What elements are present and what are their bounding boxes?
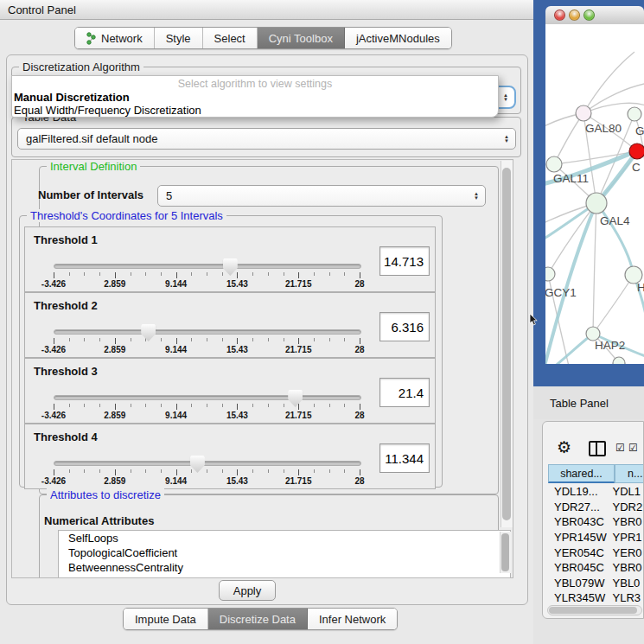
- threshold-slider-track[interactable]: [54, 329, 361, 335]
- slider-tick-label: -3.426: [41, 411, 66, 420]
- table-row[interactable]: YBR045CYBR0: [548, 560, 644, 576]
- column-header-shared-name[interactable]: shared...: [548, 464, 615, 483]
- table-row[interactable]: YBR043CYBR0: [548, 514, 644, 530]
- slider-tick: [298, 338, 299, 344]
- attribute-list-item[interactable]: BetweennessCentrality: [59, 560, 510, 575]
- network-canvas[interactable]: GAL80G.CGAL11GAL4GCY1HHAP2: [545, 24, 644, 364]
- slider-tick: [222, 404, 223, 407]
- network-edge[interactable]: [554, 113, 583, 164]
- cell-name[interactable]: YBL0: [611, 577, 644, 590]
- tab-select[interactable]: Select: [203, 28, 258, 48]
- slider-tick: [115, 272, 116, 278]
- tab-style[interactable]: Style: [155, 28, 203, 48]
- slider-tick: [54, 272, 54, 278]
- checkbox-select-all-icon[interactable]: ☑: [615, 442, 625, 454]
- network-node[interactable]: [545, 267, 555, 281]
- mac-zoom-button[interactable]: [583, 10, 595, 21]
- slider-tick-label: 28: [354, 476, 364, 486]
- cell-name[interactable]: YBR0: [611, 515, 644, 528]
- cell-name[interactable]: YBR0: [611, 561, 644, 574]
- table-row[interactable]: YLR345WYLR3: [548, 590, 644, 605]
- cell-name[interactable]: YDR2: [611, 501, 644, 513]
- network-node[interactable]: [546, 156, 562, 172]
- cell-shared-name[interactable]: YPR145W: [548, 531, 611, 544]
- cell-name[interactable]: YPR1: [611, 531, 644, 544]
- cell-name[interactable]: YER0: [611, 546, 644, 559]
- table-hscrollbar-thumb[interactable]: [549, 607, 637, 614]
- tab-cyni-toolbox[interactable]: Cyni Toolbox: [258, 28, 345, 48]
- threshold-slider-thumb[interactable]: [190, 456, 205, 473]
- cell-shared-name[interactable]: YER054C: [548, 546, 611, 559]
- cell-name[interactable]: YLR3: [611, 591, 644, 604]
- cyni-bottom-tabs: Impute DataDiscretize DataInfer Network: [123, 608, 398, 630]
- mac-minimize-button[interactable]: [569, 10, 580, 21]
- column-header-name[interactable]: n...: [615, 464, 644, 483]
- table-row[interactable]: YDR27...YDR2: [548, 500, 644, 515]
- attribute-list-item[interactable]: TopologicalCoefficient: [59, 545, 510, 560]
- threshold-slider-track[interactable]: [54, 461, 361, 466]
- slider-tick-label: 9.144: [165, 476, 187, 486]
- threshold-value-field[interactable]: 6.316: [379, 312, 430, 341]
- settings-scrollbar-thumb[interactable]: [502, 168, 511, 520]
- threshold-value-field[interactable]: 11.344: [379, 443, 430, 473]
- network-edge[interactable]: [583, 52, 634, 113]
- cell-shared-name[interactable]: YLR345W: [548, 591, 611, 604]
- algorithm-option-equal-width[interactable]: Equal Width/Frequency Discretization: [12, 104, 498, 117]
- network-edge[interactable]: [593, 275, 634, 334]
- tab-discretize-data[interactable]: Discretize Data: [208, 609, 308, 629]
- split-columns-icon[interactable]: [589, 441, 606, 456]
- slider-tick: [54, 404, 54, 410]
- network-node[interactable]: [586, 193, 607, 214]
- network-node-label: GAL11: [553, 172, 589, 185]
- apply-button[interactable]: Apply: [219, 580, 276, 601]
- tab-network[interactable]: Network: [75, 28, 155, 48]
- cell-shared-name[interactable]: YDR27...: [548, 501, 611, 513]
- slider-tick: [207, 272, 207, 276]
- threshold-slider-thumb[interactable]: [141, 324, 156, 341]
- number-of-intervals-select[interactable]: 5 ▲▼: [157, 185, 486, 207]
- slider-tick: [268, 469, 269, 473]
- attribute-list-item[interactable]: SelfLoops: [59, 531, 510, 545]
- table-row[interactable]: YDL19...YDL1: [548, 484, 644, 500]
- cell-shared-name[interactable]: YBL079W: [548, 577, 611, 590]
- tab-jactivemnodules[interactable]: jActiveMNodules: [345, 28, 451, 48]
- slider-tick: [252, 272, 253, 276]
- network-node[interactable]: [613, 357, 625, 364]
- network-edge[interactable]: [593, 203, 596, 334]
- mac-close-button[interactable]: [554, 10, 565, 21]
- threshold-slider-thumb[interactable]: [288, 390, 303, 407]
- slider-tick: [222, 469, 223, 473]
- slider-tick: [131, 404, 131, 407]
- attributes-list-scrollbar-thumb[interactable]: [501, 533, 509, 571]
- network-window-titlebar[interactable]: [545, 6, 644, 25]
- threshold-slider-track[interactable]: [54, 395, 361, 400]
- slider-tick: [131, 469, 131, 473]
- tab-impute-data[interactable]: Impute Data: [124, 609, 208, 629]
- network-graph[interactable]: GAL80G.CGAL11GAL4GCY1HHAP2: [545, 24, 644, 364]
- network-node[interactable]: [629, 143, 644, 159]
- slider-tick: [314, 338, 315, 341]
- table-row[interactable]: YER054CYER0: [548, 545, 644, 560]
- algorithm-option-manual[interactable]: Manual Discretization: [12, 91, 498, 104]
- cell-shared-name[interactable]: YDL19...: [548, 485, 611, 498]
- threshold-slider-thumb[interactable]: [223, 258, 238, 276]
- table-data-select[interactable]: galFiltered.sif default node ▲▼: [17, 128, 516, 150]
- settings-gear-icon[interactable]: ⚙: [557, 437, 571, 457]
- numerical-attributes-list[interactable]: SelfLoopsTopologicalCoefficientBetweenne…: [58, 530, 511, 578]
- cell-shared-name[interactable]: YBR045C: [548, 561, 611, 574]
- checkbox-select-none-icon[interactable]: ☑: [628, 442, 638, 454]
- threshold-value-field[interactable]: 21.4: [379, 378, 430, 407]
- network-node[interactable]: [576, 105, 591, 121]
- cell-shared-name[interactable]: YBR043C: [548, 515, 611, 528]
- threshold-value-field[interactable]: 14.713: [379, 246, 430, 276]
- slider-tick: [176, 404, 177, 410]
- threshold-slider-track[interactable]: [54, 264, 361, 269]
- slider-tick: [69, 272, 70, 276]
- table-row[interactable]: YPR145WYPR1: [548, 530, 644, 545]
- cell-name[interactable]: YDL1: [611, 485, 644, 498]
- table-row[interactable]: YBL079WYBL0: [548, 576, 644, 591]
- tab-infer-network[interactable]: Infer Network: [308, 609, 397, 629]
- network-node[interactable]: [628, 107, 641, 121]
- slider-tick-label: 21.715: [285, 279, 312, 289]
- slider-tick: [84, 338, 85, 341]
